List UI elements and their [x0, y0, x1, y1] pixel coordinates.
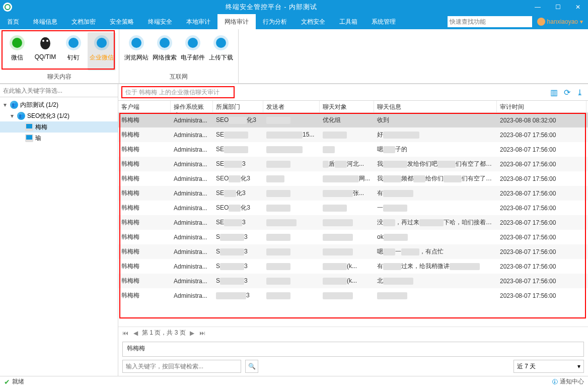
pager-next-icon[interactable]: ▶: [189, 330, 195, 337]
col-3[interactable]: 发送者: [263, 101, 320, 112]
user-name: hanxiaoyao: [547, 18, 578, 25]
cell: SE 3: [213, 219, 263, 226]
cell: SEO 化3: [213, 116, 263, 124]
col-4[interactable]: 聊天对象: [320, 101, 374, 112]
status-text: 就绪: [12, 377, 24, 386]
tree-label: 梅梅: [35, 123, 47, 132]
cell: [320, 204, 374, 212]
menu-tab-2[interactable]: 文档加密: [64, 14, 103, 29]
tree-label: SEO优化3 (1/2): [27, 112, 69, 120]
toolgroup-label: 聊天内容: [0, 72, 119, 83]
notify-label: 通知中心: [560, 377, 584, 386]
col-2[interactable]: 所属部门: [213, 101, 263, 112]
chevron-down-icon: ▾: [577, 363, 580, 370]
cell: [374, 292, 497, 299]
menu-tab-7[interactable]: 行为分析: [256, 14, 294, 29]
tool-search[interactable]: 网络搜索: [151, 32, 179, 71]
menu-tab-10[interactable]: 系统管理: [364, 14, 403, 29]
menu-tab-6[interactable]: 网络审计: [217, 14, 256, 29]
tool-mail[interactable]: 电子邮件: [179, 32, 207, 71]
table-row[interactable]: 韩梅梅Administra...S 3 嗯 一 ，有点忙2023-08-07 1…: [118, 244, 588, 259]
tree-node-2[interactable]: 梅梅: [0, 121, 118, 133]
table-row[interactable]: 韩梅梅Administra... 3 2023-08-07 17:56:00: [118, 288, 588, 303]
tree-node-0[interactable]: ▾👥内部测试 (1/2): [0, 99, 118, 110]
bell-icon: 🛈: [552, 378, 558, 385]
tree-node-1[interactable]: ▾👥SEO优化3 (1/2): [0, 110, 118, 121]
cloud-icon: [212, 34, 230, 51]
col-5[interactable]: 聊天信息: [374, 101, 497, 112]
table-row[interactable]: 韩梅梅Administra...SEO 化3 网...我 频都 给你们 们有空了…: [118, 171, 588, 186]
cell: 3: [213, 292, 263, 299]
sidebar: ▾👥内部测试 (1/2)▾👥SEO优化3 (1/2) 梅梅 瑜: [0, 84, 118, 376]
keyword-input[interactable]: [122, 360, 241, 373]
maximize-button[interactable]: ☐: [548, 0, 568, 14]
menu-tab-4[interactable]: 终端安全: [141, 14, 179, 29]
tool-wechat[interactable]: 微信: [3, 32, 31, 71]
export-icon[interactable]: ⤓: [576, 88, 583, 97]
table-row[interactable]: 韩梅梅Administra...SE 15... 好 2023-08-07 17…: [118, 127, 588, 142]
table-row[interactable]: 韩梅梅Administra...S 3 (k...北 2023-08-07 17…: [118, 274, 588, 288]
col-0[interactable]: 客户端: [118, 101, 171, 112]
cell: Administra...: [171, 132, 213, 139]
detail-name: 韩梅梅: [127, 345, 145, 352]
cell: 张...: [320, 189, 374, 198]
menu-tab-0[interactable]: 首页: [0, 14, 26, 29]
menu-tab-8[interactable]: 文档安全: [294, 14, 332, 29]
cell: 2023-08-08 08:32:00: [497, 117, 586, 124]
cell: [320, 292, 374, 299]
tool-label: 网络搜索: [153, 53, 177, 62]
table-row[interactable]: 韩梅梅Administra...SE 3 盾 河北...我 发给你们吧 们有空了…: [118, 157, 588, 171]
close-button[interactable]: ✕: [568, 0, 588, 14]
table-row[interactable]: 韩梅梅Administra...SEO 化3 一 2023-08-07 17:5…: [118, 201, 588, 215]
table-row[interactable]: 韩梅梅Administra...SE 嗯 子的2023-08-07 17:56:…: [118, 142, 588, 157]
wework-icon: [93, 34, 110, 51]
grid-header: 客户端操作系统账户所属部门发送者聊天对象聊天信息审计时间: [118, 101, 588, 113]
cell: 韩梅梅: [118, 218, 171, 227]
date-range-select[interactable]: 近 7 天 ▾: [513, 360, 584, 373]
pager-first-icon[interactable]: ⏮: [121, 330, 129, 337]
sidebar-filter-input[interactable]: [0, 84, 118, 97]
cell: 2023-08-07 17:56:00: [497, 219, 586, 226]
user-menu[interactable]: hanxiaoyao ▾: [532, 18, 588, 26]
menu-tab-3[interactable]: 安全策略: [103, 14, 141, 29]
menu-tab-1[interactable]: 终端信息: [26, 14, 64, 29]
table-row[interactable]: 韩梅梅Administra...SE 化3 张...有 2023-08-07 1…: [118, 186, 588, 201]
content-area: 位于 韩梅梅 上的企业微信聊天审计 ▥ ⟳ ⤓ 客户端操作系统账户所属部门发送者…: [118, 84, 588, 376]
table-row[interactable]: 韩梅梅Administra...S 3 ok 2023-08-07 17:56:…: [118, 230, 588, 244]
cell: Administra...: [171, 117, 213, 124]
pager-last-icon[interactable]: ⏭: [198, 330, 206, 337]
notification-center[interactable]: 🛈 通知中心: [552, 377, 584, 386]
table-row[interactable]: 韩梅梅Administra...SE 3 没 ，再过来 下哈，咱们接着沟通...…: [118, 215, 588, 230]
app-logo: [3, 3, 12, 12]
menu-tab-9[interactable]: 工具箱: [332, 14, 364, 29]
global-search[interactable]: [448, 16, 532, 27]
minimize-button[interactable]: —: [528, 0, 548, 14]
table-row[interactable]: 韩梅梅Administra...SEO 化3 优化组收到2023-08-08 0…: [118, 113, 588, 127]
cell: 韩梅梅: [118, 189, 171, 198]
cell: SE: [213, 146, 263, 153]
cell: 2023-08-07 17:56:00: [497, 205, 586, 212]
tool-label: 上传下载: [209, 53, 233, 62]
refresh-icon[interactable]: ⟳: [564, 88, 570, 97]
tree-node-3[interactable]: 瑜: [0, 133, 118, 144]
tool-wework[interactable]: 企业微信: [88, 32, 116, 71]
cell: (k...: [320, 263, 374, 270]
pager-prev-icon[interactable]: ◀: [132, 330, 139, 337]
menu-tab-5[interactable]: 本地审计: [179, 14, 217, 29]
keyword-search-button[interactable]: 🔍: [245, 360, 258, 373]
cell: Administra...: [171, 234, 213, 241]
tool-ding[interactable]: 钉钉: [59, 32, 88, 71]
columns-icon[interactable]: ▥: [550, 88, 558, 97]
table-row[interactable]: 韩梅梅Administra...S 3 (k...有 过来，给我稍微讲 2023…: [118, 259, 588, 274]
global-search-input[interactable]: [450, 18, 530, 25]
svg-point-7: [68, 38, 79, 48]
cell: [320, 131, 374, 139]
tool-globe[interactable]: 浏览网站: [122, 32, 151, 71]
tree-label: 内部测试 (1/2): [20, 101, 58, 109]
cell: ok: [374, 233, 497, 241]
col-6[interactable]: 审计时间: [497, 101, 586, 112]
svg-point-1: [12, 38, 22, 48]
col-1[interactable]: 操作系统账户: [171, 101, 213, 112]
tool-cloud[interactable]: 上传下载: [207, 32, 235, 71]
tool-qq[interactable]: QQ/TIM: [31, 32, 59, 71]
